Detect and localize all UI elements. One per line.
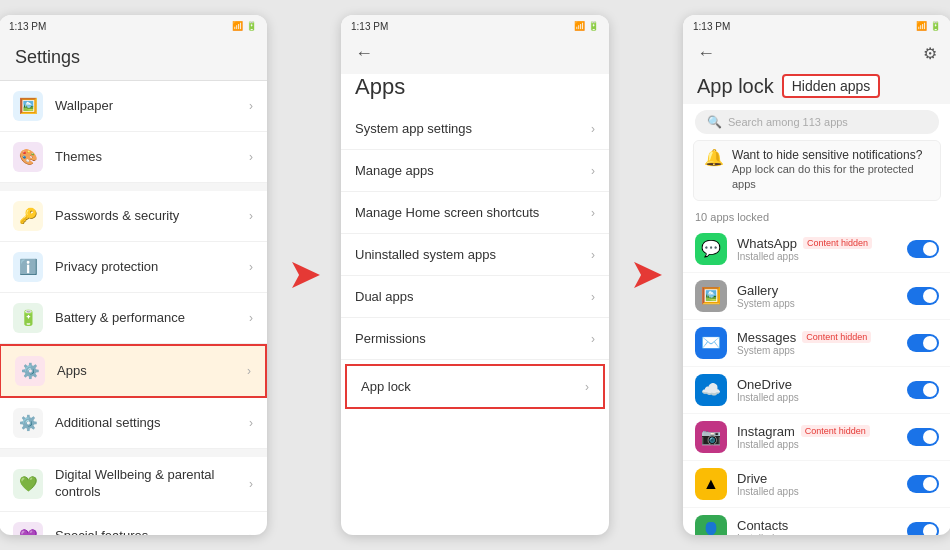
settings-item-digital[interactable]: 💚 Digital Wellbeing & parental controls … [0, 457, 267, 512]
drive-type: Installed apps [737, 486, 907, 497]
dual-apps-chevron: › [591, 290, 595, 304]
app-lock-item-instagram: 📷 Instagram Content hidden Installed app… [683, 414, 950, 461]
apps-menu-system-app-settings[interactable]: System app settings › [341, 108, 609, 150]
instagram-content-hidden: Content hidden [801, 425, 870, 437]
messages-icon: ✉️ [695, 327, 727, 359]
screen1-settings: 1:13 PM 📶 🔋 Settings 🖼️ Wallpaper › 🎨 Th… [0, 15, 267, 535]
status-icons-2: 📶 🔋 [574, 21, 599, 31]
messages-info: Messages Content hidden System apps [737, 330, 907, 356]
gallery-icon: 🖼️ [695, 280, 727, 312]
onedrive-toggle[interactable] [907, 381, 939, 399]
divider1 [0, 183, 267, 191]
app-lock-item-contacts: 👤 Contacts Installed apps [683, 508, 950, 535]
manage-home-label: Manage Home screen shortcuts [355, 205, 539, 220]
contacts-icon: 👤 [695, 515, 727, 535]
contacts-toggle[interactable] [907, 522, 939, 535]
app-lock-chevron: › [585, 380, 589, 394]
whatsapp-name: WhatsApp Content hidden [737, 236, 907, 251]
gallery-toggle[interactable] [907, 287, 939, 305]
status-time-1: 1:13 PM [9, 21, 46, 32]
instagram-type: Installed apps [737, 439, 907, 450]
onedrive-name: OneDrive [737, 377, 907, 392]
apps-locked-count: 10 apps locked [683, 205, 950, 226]
notification-banner: 🔔 Want to hide sensitive notifications? … [693, 140, 941, 201]
settings-list: 🖼️ Wallpaper › 🎨 Themes › 🔑 Passwords & … [0, 81, 267, 535]
onedrive-icon: ☁️ [695, 374, 727, 406]
whatsapp-icon: 💬 [695, 233, 727, 265]
apps-screen-title: Apps [341, 74, 609, 108]
messages-name: Messages Content hidden [737, 330, 907, 345]
drive-toggle[interactable] [907, 475, 939, 493]
permissions-chevron: › [591, 332, 595, 346]
search-bar[interactable]: 🔍 Search among 113 apps [695, 110, 939, 134]
wallpaper-icon: 🖼️ [13, 91, 43, 121]
screen2-apps: 1:13 PM 📶 🔋 ← Apps System app settings ›… [341, 15, 609, 535]
gallery-info: Gallery System apps [737, 283, 907, 309]
notification-bell-icon: 🔔 [704, 148, 724, 167]
applock-settings-icon[interactable]: ⚙ [923, 44, 937, 63]
search-icon: 🔍 [707, 115, 722, 129]
apps-menu-uninstalled[interactable]: Uninstalled system apps › [341, 234, 609, 276]
settings-item-battery[interactable]: 🔋 Battery & performance › [0, 293, 267, 344]
settings-item-themes[interactable]: 🎨 Themes › [0, 132, 267, 183]
apps-back-button[interactable]: ← [355, 43, 373, 64]
contacts-name: Contacts [737, 518, 907, 533]
digital-icon: 💚 [13, 469, 43, 499]
status-time-3: 1:13 PM [693, 21, 730, 32]
apps-menu-list: System app settings › Manage apps › Mana… [341, 108, 609, 409]
whatsapp-toggle[interactable] [907, 240, 939, 258]
divider2 [0, 449, 267, 457]
apps-menu-app-lock[interactable]: App lock › [345, 364, 605, 409]
status-bar-3: 1:13 PM 📶 🔋 [683, 15, 950, 37]
battery-icon: 🔋 [13, 303, 43, 333]
app-lock-item-drive: ▲ Drive Installed apps [683, 461, 950, 508]
settings-item-passwords[interactable]: 🔑 Passwords & security › [0, 191, 267, 242]
passwords-chevron: › [249, 209, 253, 223]
privacy-icon: ℹ️ [13, 252, 43, 282]
arrow2-icon: ➤ [631, 254, 661, 296]
messages-content-hidden: Content hidden [802, 331, 871, 343]
apps-menu-permissions[interactable]: Permissions › [341, 318, 609, 360]
apps-menu-dual-apps[interactable]: Dual apps › [341, 276, 609, 318]
themes-chevron: › [249, 150, 253, 164]
notification-title: Want to hide sensitive notifications? [732, 148, 930, 162]
apps-menu-manage-apps[interactable]: Manage apps › [341, 150, 609, 192]
apps-icon: ⚙️ [15, 356, 45, 386]
apps-menu-manage-home[interactable]: Manage Home screen shortcuts › [341, 192, 609, 234]
instagram-info: Instagram Content hidden Installed apps [737, 424, 907, 450]
battery-chevron: › [249, 311, 253, 325]
whatsapp-type: Installed apps [737, 251, 907, 262]
messages-toggle[interactable] [907, 334, 939, 352]
settings-item-wallpaper[interactable]: 🖼️ Wallpaper › [0, 81, 267, 132]
settings-item-additional[interactable]: ⚙️ Additional settings › [0, 398, 267, 449]
instagram-name: Instagram Content hidden [737, 424, 907, 439]
status-icons-1: 📶 🔋 [232, 21, 257, 31]
app-lock-item-gallery: 🖼️ Gallery System apps [683, 273, 950, 320]
status-icons-3: 📶 🔋 [916, 21, 941, 31]
apps-label: Apps [57, 363, 247, 380]
wallpaper-chevron: › [249, 99, 253, 113]
instagram-toggle[interactable] [907, 428, 939, 446]
settings-item-privacy[interactable]: ℹ️ Privacy protection › [0, 242, 267, 293]
additional-chevron: › [249, 416, 253, 430]
search-placeholder: Search among 113 apps [728, 116, 848, 128]
status-time-2: 1:13 PM [351, 21, 388, 32]
themes-icon: 🎨 [13, 142, 43, 172]
digital-label: Digital Wellbeing & parental controls [55, 467, 249, 501]
dual-apps-label: Dual apps [355, 289, 414, 304]
arrow2-container: ➤ [621, 254, 671, 296]
manage-apps-chevron: › [591, 164, 595, 178]
onedrive-info: OneDrive Installed apps [737, 377, 907, 403]
system-app-settings-chevron: › [591, 122, 595, 136]
applock-back-button[interactable]: ← [697, 43, 715, 64]
app-lock-item-messages: ✉️ Messages Content hidden System apps [683, 320, 950, 367]
themes-label: Themes [55, 149, 249, 166]
gallery-type: System apps [737, 298, 907, 309]
hidden-apps-badge[interactable]: Hidden apps [782, 74, 881, 98]
settings-item-special[interactable]: 💜 Special features › [0, 512, 267, 535]
settings-item-apps[interactable]: ⚙️ Apps › [0, 344, 267, 398]
app-lock-label: App lock [361, 379, 411, 394]
applock-title-row: App lock Hidden apps [683, 70, 950, 104]
notification-content: Want to hide sensitive notifications? Ap… [732, 148, 930, 193]
applock-back-header: ← ⚙ [683, 37, 950, 70]
